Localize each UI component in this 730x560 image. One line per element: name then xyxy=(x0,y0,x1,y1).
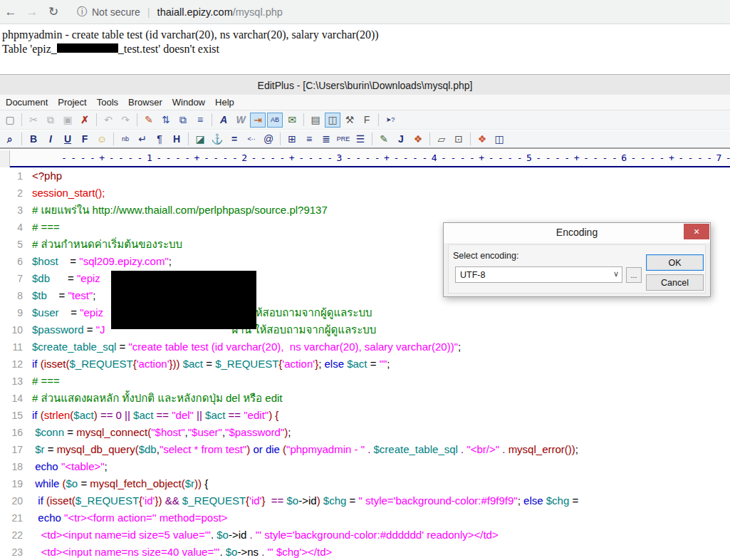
code-segment-var: $_REQUEST xyxy=(182,494,246,507)
auto-indent-icon[interactable]: ≡ xyxy=(192,113,208,128)
code-segment-pl: = xyxy=(84,323,96,336)
encoding-dialog-title-bar[interactable]: Encoding ✕ xyxy=(444,223,710,243)
font-tag-icon[interactable]: F xyxy=(77,132,93,147)
word-wrap-icon[interactable]: ⇥ xyxy=(250,113,266,128)
refresh-icon[interactable]: ↻ xyxy=(43,4,64,19)
redo-icon[interactable]: ↷ xyxy=(118,113,133,128)
code-line: 19 while ($o = mysql_fetch_object($r)) { xyxy=(0,475,730,492)
chevron-down-icon: ∨ xyxy=(613,269,619,279)
code-line: 22 <td><input name=id size=5 value='". $… xyxy=(0,527,730,544)
close-icon[interactable]: ✕ xyxy=(684,224,709,239)
code-segment-var: $chg xyxy=(546,494,570,507)
code-segment-var: $password xyxy=(32,323,84,336)
code-line: 18 echo "<table>"; xyxy=(0,458,730,475)
horizontal-rule-icon[interactable]: = xyxy=(226,132,242,147)
nonbreaking-space-icon[interactable]: nb xyxy=(118,132,133,147)
table-icon[interactable]: ⊞ xyxy=(284,132,300,147)
encoding-dialog-title: Encoding xyxy=(444,227,710,238)
window-arrange-icon[interactable]: ⊡ xyxy=(451,132,466,147)
redaction-box xyxy=(111,271,256,329)
menu-browser[interactable]: Browser xyxy=(128,97,162,108)
mark-icon[interactable]: ✎ xyxy=(141,113,157,128)
split-window-icon[interactable]: ◫ xyxy=(491,132,507,147)
cliptext-icon[interactable]: ✉ xyxy=(284,113,300,128)
url-path[interactable]: /mysql.php xyxy=(233,6,283,18)
cut-icon[interactable]: ✂ xyxy=(26,113,41,128)
code-segment-kw: echo xyxy=(35,460,58,472)
user-tools-icon[interactable]: ⚒ xyxy=(342,113,358,128)
functions-list-icon[interactable]: F xyxy=(359,113,375,128)
folder-icon[interactable]: ▱ xyxy=(434,132,449,147)
image-icon[interactable]: ◪ xyxy=(192,132,208,147)
preformatted-icon[interactable]: PRE xyxy=(335,132,351,147)
editplus-title-bar[interactable]: EditPlus - [C:\Users\burin\Downloads\mys… xyxy=(0,74,730,95)
code-line: 10$password = "Jผ่าน ให้สอบถามจากผู้ดูแล… xyxy=(0,321,730,338)
line-number: 8 xyxy=(0,287,23,304)
code-segment-kw: or die xyxy=(250,443,283,455)
code-segment-pl: = xyxy=(367,358,380,370)
paragraph-icon[interactable]: ¶ xyxy=(152,132,167,147)
code-segment-pl: { xyxy=(202,477,208,489)
cancel-button[interactable]: Cancel xyxy=(646,274,704,291)
special-character-icon[interactable]: @ xyxy=(261,132,276,147)
menu-help[interactable]: Help xyxy=(215,97,234,108)
script-icon[interactable]: ✎ xyxy=(376,132,392,147)
auto-completion-icon[interactable]: AB xyxy=(267,113,283,128)
javascript-icon[interactable]: J xyxy=(393,132,409,147)
directory-window-icon[interactable]: ◫ xyxy=(325,113,340,128)
back-icon[interactable]: ← xyxy=(0,5,21,19)
code-segment-pl xyxy=(32,529,41,541)
tag-icon[interactable]: <·· xyxy=(244,132,259,147)
forward-icon[interactable]: → xyxy=(21,5,43,19)
code-segment-str: "$host" xyxy=(151,426,184,438)
info-icon[interactable]: ⓘ xyxy=(77,6,87,19)
color-icon[interactable]: ☺ xyxy=(94,132,110,147)
menu-document[interactable]: Document xyxy=(6,97,48,108)
colors-logo-icon[interactable]: ❖ xyxy=(474,132,490,147)
code-segment-str: "edit" xyxy=(244,409,268,421)
undo-icon[interactable]: ↶ xyxy=(100,113,116,128)
list-icon[interactable]: ☰ xyxy=(353,132,368,147)
code-segment-var: $o xyxy=(217,529,229,541)
encoding-selected-value: UTF-8 xyxy=(460,270,485,280)
new-document-icon[interactable]: ▢ xyxy=(2,113,18,128)
menu-tools[interactable]: Tools xyxy=(97,97,118,108)
context-help-icon[interactable]: ➤? xyxy=(382,113,398,128)
url-separator: | xyxy=(147,6,150,18)
security-label[interactable]: Not secure xyxy=(92,6,140,18)
ok-button[interactable]: OK xyxy=(646,254,704,271)
line-number: 20 xyxy=(0,492,23,509)
italic-icon[interactable]: I xyxy=(43,132,58,147)
code-line: 23 <td><input name=ns size=40 value='". … xyxy=(0,544,730,560)
code-segment-str: 'action' xyxy=(282,358,315,370)
browse-encodings-button[interactable]: ... xyxy=(626,267,642,283)
heading-icon[interactable]: H xyxy=(169,132,184,147)
line-break-icon[interactable]: ↵ xyxy=(135,132,150,147)
center-align-icon[interactable]: ≡ xyxy=(301,132,317,147)
bold-icon[interactable]: B xyxy=(26,132,41,147)
menu-window[interactable]: Window xyxy=(172,97,205,108)
delete-icon[interactable]: ✗ xyxy=(77,113,93,128)
code-line: 2session_start(); xyxy=(0,185,730,202)
copy-append-icon[interactable]: ⧉ xyxy=(175,113,191,128)
url-host[interactable]: thaiall.epizy.com xyxy=(157,6,233,18)
underline-icon[interactable]: U xyxy=(60,132,75,147)
code-segment-pl: ->id xyxy=(298,494,316,507)
line-number: 10 xyxy=(0,321,23,338)
line-number: 6 xyxy=(0,253,23,270)
sort-icon[interactable]: ⇅ xyxy=(158,113,174,128)
encoding-select[interactable]: UTF-8 ∨ xyxy=(455,266,622,283)
word-wrap-off-icon[interactable]: W xyxy=(233,113,249,128)
toolbar-separator xyxy=(21,133,22,145)
anchor-icon[interactable]: ⚓ xyxy=(209,132,225,147)
menu-project[interactable]: Project xyxy=(58,97,86,108)
copy-icon[interactable]: ⧉ xyxy=(43,113,58,128)
font-icon[interactable]: A xyxy=(216,113,231,128)
code-segment-php: <?php xyxy=(32,170,62,182)
screen: ← → ↻ ⓘ Not secure | thaiall.epizy.com /… xyxy=(0,0,730,560)
right-align-icon[interactable]: ≣ xyxy=(318,132,334,147)
paste-icon[interactable]: ▣ xyxy=(60,113,75,128)
document-list-icon[interactable]: ▤ xyxy=(308,113,323,128)
objects-icon[interactable]: ❖ xyxy=(410,132,426,147)
browser-preview-icon[interactable]: ⌕ xyxy=(2,132,18,147)
